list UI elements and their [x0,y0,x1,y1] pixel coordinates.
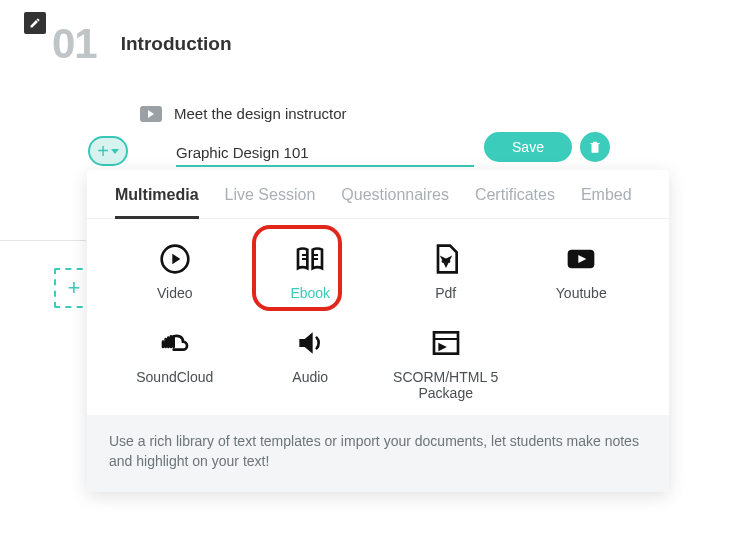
section-header: 01 Introduction [52,20,232,68]
speaker-icon [294,327,326,359]
package-icon [430,327,462,359]
option-label: SCORM/HTML 5 Package [384,369,508,401]
option-label: Youtube [556,285,607,301]
play-circle-icon [159,243,191,275]
book-icon [294,243,326,275]
content-type-popover: Multimedia Live Session Questionnaires C… [87,170,669,492]
youtube-icon [565,243,597,275]
delete-button[interactable] [580,132,610,162]
soundcloud-icon [159,327,191,359]
add-lesson-dropdown[interactable]: + [88,136,128,166]
svg-rect-2 [434,332,458,353]
option-audio[interactable]: Audio [243,323,379,405]
option-pdf[interactable]: Pdf [378,239,514,305]
option-label: Pdf [435,285,456,301]
lesson-name-input[interactable] [176,140,474,167]
pencil-icon [29,17,41,29]
lesson-row[interactable]: Meet the design instructor [140,105,347,122]
divider [0,240,86,241]
option-soundcloud[interactable]: SoundCloud [107,323,243,405]
save-button[interactable]: Save [484,132,572,162]
option-scorm[interactable]: SCORM/HTML 5 Package [378,323,514,405]
option-label: Audio [292,369,328,385]
option-label: Ebook [290,285,330,301]
edit-section-button[interactable] [24,12,46,34]
popover-tabs: Multimedia Live Session Questionnaires C… [87,170,669,219]
tab-multimedia[interactable]: Multimedia [115,176,199,219]
caret-down-icon [111,149,119,154]
lesson-title: Meet the design instructor [174,105,347,122]
popover-description: Use a rich library of text templates or … [87,415,669,492]
video-icon [140,106,162,122]
tab-live-session[interactable]: Live Session [225,176,316,218]
content-type-grid: Video Ebook Pdf Youtube SoundCloud Audio… [87,219,669,415]
tab-questionnaires[interactable]: Questionnaires [341,176,449,218]
option-label: SoundCloud [136,369,213,385]
option-video[interactable]: Video [107,239,243,305]
option-youtube[interactable]: Youtube [514,239,650,305]
option-ebook[interactable]: Ebook [243,239,379,305]
trash-icon [588,140,602,154]
option-label: Video [157,285,193,301]
section-number: 01 [52,20,97,68]
section-title: Introduction [121,33,232,55]
plus-icon: + [97,141,109,161]
plus-icon: + [68,275,81,301]
tab-certificates[interactable]: Certificates [475,176,555,218]
tab-embed[interactable]: Embed [581,176,632,218]
pdf-icon [430,243,462,275]
